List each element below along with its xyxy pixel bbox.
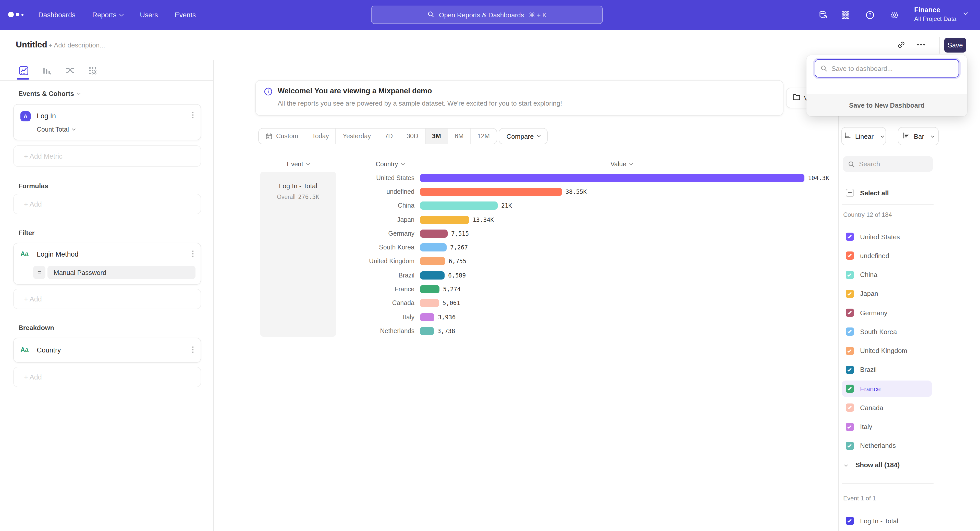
settings-gear-icon[interactable] <box>890 0 899 30</box>
legend-checkbox[interactable] <box>846 442 854 450</box>
legend-checkbox[interactable] <box>846 366 854 374</box>
add-filter-button[interactable]: + Add <box>13 289 201 309</box>
nav-item-dashboards[interactable]: Dashboards <box>38 11 76 19</box>
legend-item-china[interactable]: China <box>842 266 932 283</box>
legend-checkbox[interactable] <box>846 347 854 355</box>
legend-item-france[interactable]: France <box>842 380 932 397</box>
value-bar[interactable] <box>420 201 498 210</box>
legend-checkbox[interactable] <box>846 328 854 336</box>
legend-item-united-kingdom[interactable]: United Kingdom <box>842 342 932 359</box>
add-breakdown-button[interactable]: + Add <box>13 367 201 387</box>
legend-event-item[interactable]: Log In - Total <box>842 513 932 529</box>
legend-search-input[interactable]: Search <box>843 156 933 172</box>
column-header-value[interactable]: Value <box>611 161 632 168</box>
legend-item-netherlands[interactable]: Netherlands <box>842 437 932 454</box>
tab-funnels[interactable] <box>38 62 55 79</box>
breakdown-card-country[interactable]: Aa Country <box>13 338 201 363</box>
copy-link-icon[interactable] <box>897 40 905 51</box>
nav-item-reports[interactable]: Reports <box>92 11 123 19</box>
value-bar[interactable] <box>420 327 434 335</box>
metric-aggregation-dropdown[interactable]: Count Total <box>37 126 75 133</box>
save-to-new-dashboard-button[interactable]: Save to New Dashboard <box>807 94 967 116</box>
more-options-icon[interactable] <box>917 44 925 45</box>
breakdown-section-label: Breakdown <box>18 324 54 331</box>
date-range-6m[interactable]: 6M <box>448 128 470 144</box>
add-formula-button[interactable]: + Add <box>13 194 201 214</box>
global-search-button[interactable]: Open Reports & Dashboards ⌘ + K <box>371 6 603 24</box>
value-bar[interactable] <box>420 174 804 182</box>
search-icon <box>427 11 434 19</box>
legend-panel: Linear Bar Search Select all Country 12 … <box>838 60 980 531</box>
legend-checkbox[interactable] <box>846 404 854 412</box>
value-bar[interactable] <box>420 243 447 252</box>
date-range-12m[interactable]: 12M <box>470 128 496 144</box>
compare-button[interactable]: Compare <box>499 128 548 144</box>
tab-insights[interactable] <box>15 62 32 79</box>
save-to-dashboard-input[interactable] <box>832 65 953 72</box>
date-range-30d[interactable]: 30D <box>399 128 425 144</box>
value-bar[interactable] <box>420 257 445 265</box>
add-metric-button[interactable]: + Add Metric <box>13 145 201 167</box>
filter-operator[interactable]: = <box>33 266 45 279</box>
legend-item-japan[interactable]: Japan <box>842 286 932 302</box>
date-range-7d[interactable]: 7D <box>377 128 399 144</box>
select-all-checkbox[interactable] <box>846 189 854 197</box>
help-icon[interactable]: ? <box>865 0 875 30</box>
filter-kebab-icon[interactable] <box>192 250 193 257</box>
select-all-row[interactable]: Select all <box>842 185 932 201</box>
legend-checkbox[interactable] <box>846 309 854 317</box>
value-bar[interactable] <box>420 285 439 293</box>
report-title[interactable]: Untitled <box>16 40 47 49</box>
column-header-event[interactable]: Event <box>260 161 336 168</box>
save-button[interactable]: Save <box>944 38 966 52</box>
date-range-3m[interactable]: 3M <box>425 128 448 144</box>
filter-property-name[interactable]: Login Method <box>37 250 79 258</box>
filter-value[interactable]: Manual Password <box>48 266 196 279</box>
date-range-custom[interactable]: Custom <box>259 128 305 144</box>
breakdown-property-name[interactable]: Country <box>37 346 61 354</box>
nav-item-users[interactable]: Users <box>140 11 158 19</box>
data-management-icon[interactable] <box>818 0 828 30</box>
value-bar[interactable] <box>420 299 439 308</box>
event-total-cell[interactable]: Log In - Total Overall276.5K <box>260 172 336 337</box>
value-bar[interactable] <box>420 188 562 196</box>
legend-item-south-korea[interactable]: South Korea <box>842 323 932 340</box>
chart-scale-dropdown[interactable]: Linear <box>841 127 886 145</box>
column-header-country[interactable]: Country <box>375 161 404 168</box>
date-range-yesterday[interactable]: Yesterday <box>336 128 377 144</box>
mixpanel-logo[interactable] <box>8 12 24 17</box>
metric-kebab-icon[interactable] <box>192 112 193 118</box>
event-checkbox[interactable] <box>846 517 854 525</box>
tab-retention[interactable] <box>84 62 100 79</box>
nav-item-events[interactable]: Events <box>175 11 196 19</box>
breakdown-kebab-icon[interactable] <box>192 346 193 353</box>
value-bar[interactable] <box>420 313 434 321</box>
legend-item-italy[interactable]: Italy <box>842 418 932 435</box>
filter-card-login-method[interactable]: Aa Login Method = Manual Password <box>13 243 201 285</box>
metric-card-log-in[interactable]: A Log In Count Total <box>13 104 201 140</box>
legend-checkbox[interactable] <box>846 423 854 431</box>
legend-item-germany[interactable]: Germany <box>842 304 932 321</box>
tab-flows[interactable] <box>62 62 78 79</box>
project-switcher[interactable]: Finance All Project Data <box>914 6 956 23</box>
legend-checkbox[interactable] <box>846 233 854 241</box>
legend-checkbox[interactable] <box>846 271 854 279</box>
value-bar[interactable] <box>420 216 469 223</box>
legend-item-canada[interactable]: Canada <box>842 399 932 416</box>
events-cohorts-section-label[interactable]: Events & Cohorts <box>18 90 80 97</box>
legend-checkbox[interactable] <box>846 290 854 298</box>
metric-name[interactable]: Log In <box>37 112 56 120</box>
chart-type-dropdown[interactable]: Bar <box>898 127 939 145</box>
legend-item-united-states[interactable]: United States <box>842 228 932 245</box>
legend-item-undefined[interactable]: undefined <box>842 248 932 264</box>
value-label: 5,061 <box>442 300 460 307</box>
legend-item-brazil[interactable]: Brazil <box>842 361 932 378</box>
value-bar[interactable] <box>420 271 445 279</box>
apps-grid-icon[interactable] <box>841 0 850 30</box>
show-all-button[interactable]: Show all (184) <box>842 457 934 472</box>
legend-checkbox[interactable] <box>846 252 854 260</box>
date-range-today[interactable]: Today <box>305 128 336 144</box>
legend-checkbox[interactable] <box>846 385 854 393</box>
value-bar[interactable] <box>420 230 448 238</box>
add-description-field[interactable]: + Add description... <box>48 41 105 49</box>
